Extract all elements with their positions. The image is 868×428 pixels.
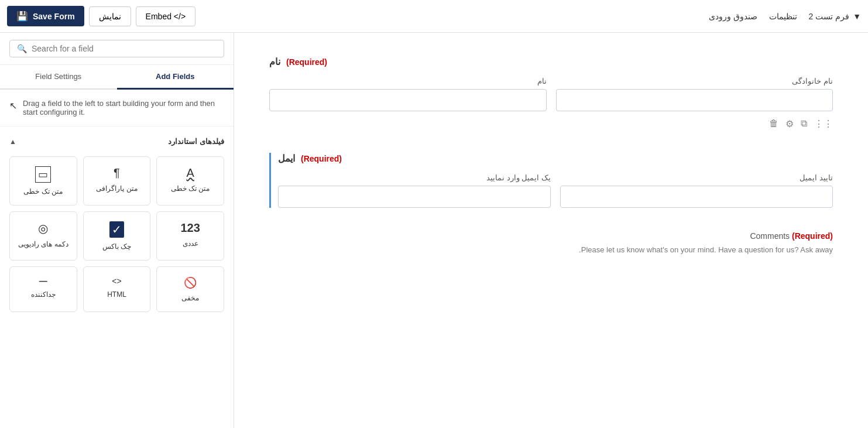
last-name-group: نام خانوادگی — [556, 77, 833, 111]
single-line-icon: ▭ — [35, 166, 51, 183]
field-label-5: عددی — [183, 239, 198, 248]
drag-hint-text: Drag a field to the left to start buildi… — [23, 99, 224, 117]
tab-field-settings[interactable]: Field Settings — [0, 65, 117, 90]
field-card-html[interactable]: <> HTML — [83, 266, 151, 312]
search-field[interactable]: 🔍 — [9, 40, 224, 57]
field-card-number[interactable]: 123 عددی — [156, 211, 224, 261]
last-name-input[interactable] — [556, 89, 833, 111]
settings-link[interactable]: تنظیمات — [769, 12, 797, 21]
first-name-group: نام — [269, 77, 547, 111]
name-title: نام — [269, 56, 280, 67]
field-label-6: جداکننده — [31, 290, 56, 299]
field-card-checkbox[interactable]: ✓ چک باکس — [83, 211, 151, 261]
email-title: ایمل — [278, 153, 295, 164]
name-section: (Required) نام نام خانوادگی نام 🗑 ⚙ ⧉ ⋮⋮ — [269, 56, 833, 129]
email-input[interactable] — [278, 186, 551, 208]
fields-section: فیلدهای استاندارد ▲ ▭ متن تک خطی ¶ متن پ… — [0, 126, 234, 321]
comments-description: Please let us know what's on your mind. … — [269, 245, 833, 254]
email-label-row: (Required) ایمل — [278, 153, 833, 164]
sidebar-tabs: Field Settings Add Fields — [0, 65, 234, 90]
name-required-badge: (Required) — [286, 57, 327, 67]
field-card-radio[interactable]: ◎ دکمه های رادیویی — [9, 211, 77, 261]
search-bar: 🔍 — [0, 33, 234, 65]
save-label: Save Form — [33, 12, 75, 21]
field-label-8: مخفی — [181, 294, 199, 302]
main-layout: 🔍 Field Settings Add Fields ↖ Drag a fie… — [0, 33, 868, 428]
email-form-row: تایید ایمیل یک ایمیل وارد نمایید — [278, 173, 833, 208]
checkbox-icon: ✓ — [109, 221, 124, 238]
chevron-down-icon: ▼ — [853, 12, 861, 21]
confirm-email-group: تایید ایمیل — [560, 173, 833, 208]
email-section: (Required) ایمل تایید ایمیل یک ایمیل وار… — [269, 153, 833, 208]
search-input[interactable] — [32, 44, 217, 53]
separator-icon: — — [39, 276, 47, 286]
field-card-paragraph[interactable]: ¶ متن پاراگرافی — [83, 156, 151, 206]
comments-section: Comments (Required) Please let us know w… — [269, 231, 833, 254]
field-label-0: متن تک خطی — [23, 187, 63, 196]
number-icon: 123 — [180, 221, 200, 235]
last-name-label: نام خانوادگی — [556, 77, 833, 85]
tab-add-fields[interactable]: Add Fields — [117, 65, 234, 90]
delete-icon[interactable]: 🗑 — [769, 118, 778, 129]
text-icon: A — [186, 166, 194, 180]
settings-icon[interactable]: ⚙ — [785, 118, 794, 129]
sidebar: 🔍 Field Settings Add Fields ↖ Drag a fie… — [0, 33, 234, 428]
confirm-email-input[interactable] — [560, 186, 833, 208]
save-button[interactable]: 💾 Save Form — [7, 6, 84, 26]
cursor-icon: ↖ — [9, 100, 17, 111]
comments-required: (Required) — [792, 231, 833, 241]
field-label-1: متن پاراگرافی — [96, 184, 137, 193]
field-card-text[interactable]: A متن تک خطی — [156, 156, 224, 206]
email-required-badge: (Required) — [301, 154, 342, 163]
first-name-input[interactable] — [269, 89, 547, 111]
radio-icon: ◎ — [38, 221, 48, 235]
hidden-icon: 🚫 — [184, 276, 197, 289]
embed-button[interactable]: Embed </> — [136, 6, 196, 26]
email-label: یک ایمیل وارد نمایید — [278, 173, 551, 182]
field-label-7: HTML — [107, 290, 126, 299]
embed-label: Embed </> — [146, 12, 186, 21]
comments-label-row: Comments (Required) — [269, 231, 833, 241]
email-group: یک ایمیل وارد نمایید — [278, 173, 551, 208]
chevron-up-icon: ▲ — [9, 138, 16, 146]
toolbar-right: ▼ فرم تست 2 تنظیمات صندوق ورودی — [709, 12, 861, 21]
confirm-email-label: تایید ایمیل — [560, 173, 833, 182]
form-name-text: فرم تست 2 — [809, 12, 850, 21]
paragraph-icon: ¶ — [114, 166, 120, 180]
first-name-label: نام — [269, 77, 547, 85]
name-label-row: (Required) نام — [269, 56, 833, 67]
name-field-actions: 🗑 ⚙ ⧉ ⋮⋮ — [269, 118, 833, 129]
field-label-4: چک باکس — [102, 242, 131, 251]
field-card-hidden[interactable]: 🚫 مخفی — [156, 266, 224, 312]
toolbar: 💾 Save Form نمایش Embed </> ▼ فرم تست 2 … — [0, 0, 868, 33]
form-canvas: (Required) نام نام خانوادگی نام 🗑 ⚙ ⧉ ⋮⋮ — [234, 33, 868, 428]
name-form-row: نام خانوادگی نام — [269, 77, 833, 111]
save-icon: 💾 — [16, 11, 28, 22]
section-header[interactable]: فیلدهای استاندارد ▲ — [9, 131, 224, 152]
fields-grid: ▭ متن تک خطی ¶ متن پاراگرافی A متن تک خط… — [9, 152, 224, 317]
field-card-single-line[interactable]: ▭ متن تک خطی — [9, 156, 77, 206]
preview-label: نمایش — [99, 12, 121, 21]
drag-hint: ↖ Drag a field to the left to start buil… — [0, 90, 234, 126]
duplicate-icon[interactable]: ⧉ — [801, 118, 807, 129]
field-label-3: دکمه های رادیویی — [18, 240, 68, 248]
comments-label: Comments — [750, 231, 790, 241]
drag-handle-icon[interactable]: ⋮⋮ — [814, 118, 833, 129]
field-card-separator[interactable]: — جداکننده — [9, 266, 77, 312]
html-icon: <> — [112, 276, 121, 286]
section-title: فیلدهای استاندارد — [168, 137, 224, 146]
field-label-2: متن تک خطی — [171, 184, 210, 193]
search-icon: 🔍 — [17, 44, 27, 53]
preview-button[interactable]: نمایش — [89, 6, 131, 26]
inbox-link[interactable]: صندوق ورودی — [709, 12, 757, 21]
form-name-dropdown[interactable]: ▼ فرم تست 2 — [809, 12, 861, 21]
